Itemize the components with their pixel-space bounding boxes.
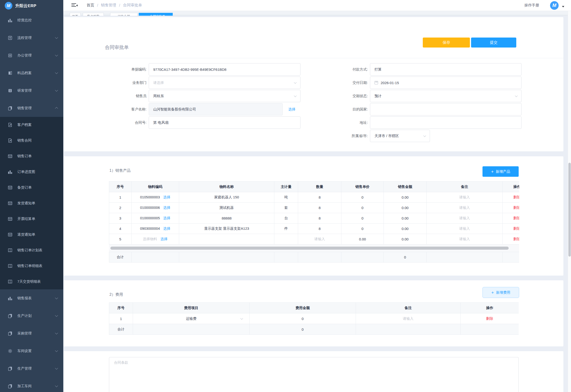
- sidebar-item-invoice-settlement[interactable]: 开票结算单: [0, 211, 63, 227]
- user-menu-caret-icon[interactable]: [562, 6, 564, 7]
- sidebar-item-purchase-mgmt[interactable]: 采购管理: [0, 324, 63, 342]
- breadcrumb-home[interactable]: 首页: [87, 3, 94, 8]
- salesman-select[interactable]: 周桂东: [149, 90, 301, 102]
- qty-cell[interactable]: 8: [298, 203, 341, 213]
- material-code-placeholder[interactable]: 选择物料: [143, 237, 157, 241]
- col-header: 操作: [503, 182, 519, 192]
- sidebar-item-return-notice[interactable]: 退货通知单: [0, 227, 63, 242]
- department-label: 业务部门: [85, 81, 147, 85]
- add-expense-button[interactable]: +新增费用: [482, 287, 519, 298]
- sidebar-item-sales-report[interactable]: 销售报表: [0, 289, 63, 307]
- chevron-down-icon: [240, 317, 243, 320]
- contract-no-input[interactable]: 第 电风扇: [149, 116, 301, 129]
- customer-input[interactable]: 山河智能装备股份有限公司: [149, 103, 283, 115]
- save-button[interactable]: 保存: [423, 38, 470, 47]
- sidebar-item-stock-order[interactable]: 备货订单: [0, 180, 63, 195]
- address-input[interactable]: [370, 116, 522, 129]
- tab-customer-archive[interactable]: 客户档案: [83, 13, 104, 16]
- material-select-link[interactable]: 选择: [163, 195, 170, 199]
- price-cell[interactable]: 0: [341, 213, 384, 224]
- sidebar-item-workshop-settings[interactable]: 车间设置: [0, 342, 63, 360]
- col-header: 销售单价: [341, 182, 384, 192]
- sidebar-item-production-mgmt[interactable]: 生产管理: [0, 360, 63, 377]
- sidebar-item-sales-order[interactable]: 销售订单: [0, 148, 63, 164]
- submit-button[interactable]: 提交: [471, 38, 516, 47]
- dest-country-input[interactable]: [370, 103, 522, 115]
- col-header: 费用金额: [250, 303, 356, 313]
- action-cell: 删除: [503, 213, 519, 224]
- qty-cell[interactable]: 请输入: [298, 234, 341, 244]
- sidebar-item-materials-archive[interactable]: 料品档案: [0, 64, 63, 82]
- price-cell[interactable]: 0: [341, 224, 384, 234]
- tab-home[interactable]: 首页: [70, 13, 81, 16]
- tab-contract-approval[interactable]: 合同审批单: [139, 13, 173, 16]
- remark-cell[interactable]: 请输入: [427, 203, 503, 213]
- expenses-section-title: 2）费用: [109, 292, 123, 297]
- sidebar-item-label: 发货通知单: [17, 201, 35, 206]
- department-select[interactable]: 请选择: [149, 76, 301, 89]
- sidebar-item-order-progress[interactable]: 订单进度图: [0, 164, 63, 180]
- province-select[interactable]: 天津市 / 市辖区: [370, 130, 430, 142]
- remark-cell[interactable]: 请输入: [427, 224, 503, 234]
- col-header: 费用项目: [133, 303, 250, 313]
- customer-select-link[interactable]: 选择: [288, 107, 296, 112]
- sidebar-item-rd-mgmt[interactable]: 研发管理: [0, 82, 63, 99]
- qty-cell[interactable]: 8: [298, 213, 341, 224]
- sidebar-item-shipping-notice[interactable]: 发货通知单: [0, 195, 63, 211]
- remark-cell[interactable]: 请输入: [356, 313, 461, 324]
- material-select-link[interactable]: 选择: [163, 216, 170, 220]
- price-cell[interactable]: 0: [341, 192, 384, 203]
- material-select-link[interactable]: 选择: [163, 206, 170, 210]
- col-header: 序号: [109, 182, 132, 192]
- sidebar-item-sales-order-detail[interactable]: 销售订单明细表: [0, 258, 63, 274]
- manual-link[interactable]: 操作手册: [524, 3, 539, 8]
- qty-cell[interactable]: 8: [298, 224, 341, 234]
- delete-link[interactable]: 删除: [513, 206, 519, 210]
- material-select-link[interactable]: 选择: [163, 226, 170, 230]
- delivery-status-select[interactable]: 预计: [370, 90, 522, 102]
- remark-cell[interactable]: 请输入: [427, 234, 503, 244]
- delete-link[interactable]: 删除: [513, 226, 519, 230]
- avatar[interactable]: M: [550, 1, 559, 10]
- material-code[interactable]: 0903000004: [140, 226, 160, 230]
- price-cell[interactable]: 0: [341, 203, 384, 213]
- delete-link[interactable]: 删除: [486, 316, 493, 321]
- document-edit-icon: [8, 123, 12, 127]
- add-product-button[interactable]: +新增产品: [482, 166, 519, 177]
- delivery-date-input[interactable]: 2026-01-15: [370, 76, 522, 89]
- expense-item-select[interactable]: 运输费: [133, 313, 250, 324]
- payment-input[interactable]: 打算: [370, 63, 522, 76]
- vertical-scrollbar-thumb[interactable]: [568, 163, 571, 257]
- qty-cell[interactable]: 8: [298, 192, 341, 203]
- material-select-link[interactable]: 选择: [161, 237, 168, 241]
- sidebar-collapse-icon[interactable]: [71, 3, 77, 8]
- remark-cell[interactable]: 请输入: [427, 192, 503, 203]
- sidebar-item-processing-workshop[interactable]: 加工车间: [0, 377, 63, 392]
- sidebar-item-business-overview[interactable]: 经营总控: [0, 11, 63, 29]
- sidebar-item-seven-day-delivery[interactable]: 7天交货明细表: [0, 274, 63, 289]
- material-code[interactable]: 0100000006: [140, 206, 160, 210]
- sidebar-item-production-plan[interactable]: 生产计划: [0, 307, 63, 324]
- sidebar-item-process-mgmt[interactable]: 流程管理: [0, 29, 63, 47]
- material-code[interactable]: 0105000003: [140, 195, 160, 199]
- delete-link[interactable]: 删除: [513, 216, 519, 220]
- delete-link[interactable]: 删除: [513, 237, 519, 241]
- sidebar-item-office-mgmt[interactable]: 办公管理: [0, 47, 63, 64]
- remark-cell[interactable]: 请输入: [427, 213, 503, 224]
- breadcrumb-sales-mgmt[interactable]: 销售管理: [101, 3, 116, 8]
- sidebar-item-sales-mgmt[interactable]: 销售管理: [0, 99, 63, 117]
- expense-amount-cell[interactable]: 0: [250, 313, 356, 324]
- horizontal-scrollbar-thumb[interactable]: [110, 247, 509, 250]
- sidebar-item-customer-archive[interactable]: 客户档案: [0, 117, 63, 133]
- tab-sales-contract[interactable]: 销售合同: [110, 13, 137, 16]
- price-cell[interactable]: 0.00: [341, 234, 384, 244]
- delete-link[interactable]: 删除: [513, 195, 519, 199]
- doc-code-input[interactable]: 9770CA17-3497-4DB2-995E-B49E9CF61BD8: [149, 63, 301, 76]
- pages-icon: [8, 366, 12, 371]
- contract-terms-textarea[interactable]: 合同条款: [109, 357, 519, 392]
- sidebar-item-sales-order-plan[interactable]: 销售订单计划表: [0, 242, 63, 258]
- sidebar-item-sales-contract[interactable]: 销售合同: [0, 133, 63, 148]
- chevron-down-icon: [55, 54, 58, 56]
- material-code[interactable]: 0100000005: [140, 216, 160, 220]
- col-header: 主计量: [274, 182, 298, 192]
